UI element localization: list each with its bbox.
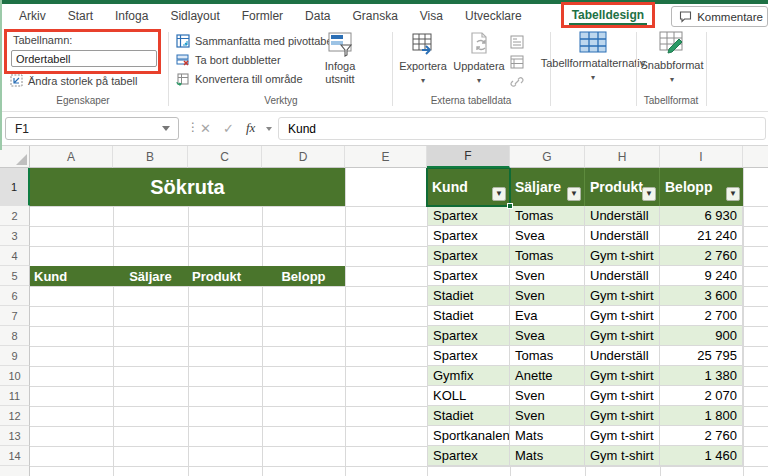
row-header-1[interactable]: 1	[0, 168, 30, 206]
cell[interactable]: Mats	[510, 446, 585, 466]
tab-tabelldesign[interactable]: Tabelldesign	[569, 6, 647, 25]
cell[interactable]: Gym t-shirt	[585, 326, 660, 346]
quick-styles-button[interactable]: Snabbformat ▾	[641, 31, 703, 86]
tab-visa[interactable]: Visa	[409, 5, 454, 27]
row-header-14[interactable]: 14	[0, 446, 30, 466]
cell[interactable]: Spartex	[427, 326, 510, 346]
open-in-browser-icon[interactable]	[510, 55, 524, 69]
tab-utvecklare[interactable]: Utvecklare	[454, 5, 533, 27]
search-header-produkt[interactable]: Produkt	[188, 266, 262, 286]
cell[interactable]: Gym t-shirt	[585, 406, 660, 426]
cell[interactable]: 6 930	[660, 206, 743, 226]
search-header-kund[interactable]: Kund	[30, 266, 113, 286]
cell[interactable]: Svea	[510, 326, 585, 346]
column-header-e[interactable]: E	[345, 146, 427, 168]
row-header-8[interactable]: 8	[0, 326, 30, 346]
cell[interactable]: Spartex	[427, 266, 510, 286]
row-header-12[interactable]: 12	[0, 406, 30, 426]
cell[interactable]: Underställ	[585, 266, 660, 286]
row-header-7[interactable]: 7	[0, 306, 30, 326]
cell[interactable]: Tomas	[510, 206, 585, 226]
column-header-b[interactable]: B	[113, 146, 188, 168]
cell[interactable]: Spartex	[427, 246, 510, 266]
tab-sidlayout[interactable]: Sidlayout	[159, 5, 230, 27]
cell[interactable]: 25 795	[660, 346, 743, 366]
cell[interactable]: KOLL	[427, 386, 510, 406]
cell[interactable]: 2 760	[660, 246, 743, 266]
table-header-saljare[interactable]: Säljare▼	[510, 168, 585, 206]
table-style-options-button[interactable]: Tabellformatalternativ ▾	[553, 31, 633, 84]
cell[interactable]: 21 240	[660, 226, 743, 246]
cell[interactable]: Underställ	[585, 226, 660, 246]
cell[interactable]: Gym t-shirt	[585, 366, 660, 386]
cell[interactable]: Anette	[510, 366, 585, 386]
cell[interactable]: Sven	[510, 386, 585, 406]
cell[interactable]: Stadiet	[427, 306, 510, 326]
filter-button[interactable]: ▼	[567, 187, 581, 201]
row-header-partial[interactable]	[0, 466, 30, 476]
cell[interactable]: Tomas	[510, 346, 585, 366]
column-header-g[interactable]: G	[510, 146, 585, 168]
row-header-3[interactable]: 3	[0, 226, 30, 246]
select-all-corner[interactable]	[0, 146, 30, 168]
cell[interactable]: Eva	[510, 306, 585, 326]
search-header-saljare[interactable]: Säljare	[113, 266, 188, 286]
cell[interactable]: Gymfix	[427, 366, 510, 386]
table-header-kund[interactable]: Kund▼	[427, 168, 510, 206]
cell[interactable]: Sven	[510, 266, 585, 286]
column-header-partial[interactable]	[743, 146, 768, 168]
filter-button[interactable]: ▼	[492, 187, 506, 201]
row-header-9[interactable]: 9	[0, 346, 30, 366]
cell[interactable]: Stadiet	[427, 286, 510, 306]
row-header-10[interactable]: 10	[0, 366, 30, 386]
cell[interactable]: Tomas	[510, 246, 585, 266]
table-header-produkt[interactable]: Produkt▼	[585, 168, 660, 206]
cell[interactable]: Spartex	[427, 446, 510, 466]
row-header-4[interactable]: 4	[0, 246, 30, 266]
tab-granska[interactable]: Granska	[341, 5, 408, 27]
name-box[interactable]: F1	[5, 117, 179, 140]
insert-slicer-button[interactable]: Infoga utsnitt	[316, 31, 364, 86]
cell[interactable]: Underställ	[585, 206, 660, 226]
tab-arkiv[interactable]: Arkiv	[8, 5, 57, 27]
column-header-f[interactable]: F	[427, 146, 510, 168]
refresh-button[interactable]: Uppdatera ▾	[452, 31, 506, 87]
cell[interactable]: Gym t-shirt	[585, 446, 660, 466]
formula-input[interactable]: Kund	[278, 117, 766, 140]
insert-function-icon[interactable]: fx	[246, 120, 255, 136]
tab-start[interactable]: Start	[57, 5, 104, 27]
chevron-down-icon[interactable]	[266, 127, 272, 131]
row-header-2[interactable]: 2	[0, 206, 30, 226]
cell[interactable]: Gym t-shirt	[585, 426, 660, 446]
cell[interactable]: 2 760	[660, 426, 743, 446]
cell[interactable]: 1 460	[660, 446, 743, 466]
column-header-i[interactable]: I	[660, 146, 743, 168]
cell[interactable]: Gym t-shirt	[585, 246, 660, 266]
cell[interactable]: 3 600	[660, 286, 743, 306]
cell[interactable]: Mats	[510, 426, 585, 446]
cell[interactable]: Svea	[510, 226, 585, 246]
row-header-5[interactable]: 5	[0, 266, 30, 286]
table-header-belopp[interactable]: Belopp▼	[660, 168, 743, 206]
row-header-13[interactable]: 13	[0, 426, 30, 446]
cell[interactable]: Stadiet	[427, 406, 510, 426]
cell[interactable]: Sven	[510, 406, 585, 426]
comments-button[interactable]: Kommentare	[671, 6, 768, 27]
resize-table-button[interactable]: Ändra storlek på tabell	[10, 74, 137, 87]
tab-data[interactable]: Data	[294, 5, 341, 27]
filter-button[interactable]: ▼	[726, 187, 740, 201]
row-header-11[interactable]: 11	[0, 386, 30, 406]
data-properties-icon[interactable]	[510, 35, 524, 49]
cell[interactable]: Gym t-shirt	[585, 386, 660, 406]
tab-formler[interactable]: Formler	[231, 5, 294, 27]
cell[interactable]: 2 700	[660, 306, 743, 326]
cancel-icon[interactable]: ✕	[200, 121, 211, 136]
remove-duplicates-button[interactable]: Ta bort dubbletter	[176, 53, 281, 67]
cell[interactable]: Underställ	[585, 346, 660, 366]
banner-cell-sokruta[interactable]: Sökruta	[30, 168, 345, 206]
convert-to-range-button[interactable]: Konvertera till område	[176, 72, 303, 86]
filter-button[interactable]: ▼	[642, 187, 656, 201]
tab-infoga[interactable]: Infoga	[104, 5, 159, 27]
column-header-c[interactable]: C	[188, 146, 262, 168]
cell[interactable]: 2 070	[660, 386, 743, 406]
